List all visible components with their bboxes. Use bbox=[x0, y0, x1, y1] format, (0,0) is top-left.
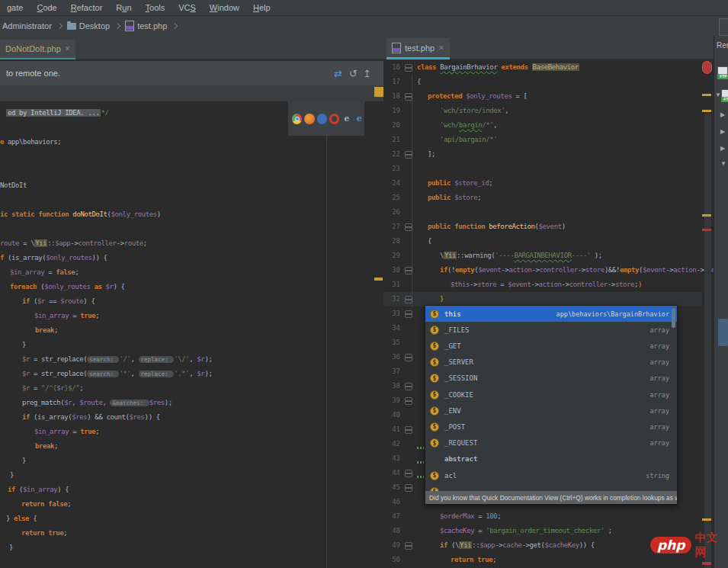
menu-item-help[interactable]: Help bbox=[246, 3, 277, 12]
menu-item-vcs[interactable]: VCS bbox=[172, 3, 203, 12]
breadcrumb-label: Administrator bbox=[2, 21, 52, 30]
fold-marker[interactable] bbox=[405, 484, 412, 492]
fold-marker[interactable] bbox=[405, 397, 412, 405]
code-token: "/^{ bbox=[41, 384, 56, 392]
code-token: false bbox=[48, 500, 67, 508]
panel-scrollbar-thumb[interactable] bbox=[718, 319, 728, 346]
stripe-yellow-tick[interactable] bbox=[374, 278, 383, 281]
code-token: $store bbox=[451, 194, 477, 201]
fold-marker[interactable] bbox=[405, 296, 412, 303]
breadcrumb-item-administrator[interactable]: Administrator bbox=[0, 21, 54, 30]
tab-label: DoNotDoIt.php bbox=[5, 44, 61, 53]
fold-marker[interactable] bbox=[405, 223, 412, 231]
completion-item-abstract[interactable]: abstract bbox=[425, 451, 677, 467]
code-token: (\ bbox=[447, 541, 459, 549]
menu-item-gate[interactable]: gate bbox=[0, 3, 30, 12]
completion-item-this[interactable]: $thisapp\behaviors\BargainBrhavior bbox=[425, 306, 677, 322]
code-token: = bbox=[69, 312, 80, 319]
tab-donotdoit-php[interactable]: DoNotDoIt.php ✕ bbox=[0, 40, 75, 59]
tree-expand-icon[interactable]: ▼ bbox=[715, 91, 721, 98]
breadcrumb-end-button[interactable] bbox=[719, 18, 728, 36]
fold-marker[interactable] bbox=[405, 542, 412, 550]
error-indicator-badge[interactable] bbox=[702, 61, 712, 74]
tab-test-php[interactable]: test.php ✕ bbox=[386, 38, 450, 59]
completion-item-_session[interactable]: $_SESSIONarray bbox=[425, 371, 677, 387]
line-number: 45 bbox=[383, 480, 400, 495]
tree-collapse-icon[interactable]: ▶ bbox=[720, 128, 725, 135]
completion-item-acl[interactable]: $aclstring bbox=[425, 467, 677, 483]
tree-collapse-icon[interactable]: ▶ bbox=[720, 111, 725, 118]
sync-arrows-icon[interactable]: ⇄ bbox=[334, 68, 342, 79]
stripe-mark-red[interactable] bbox=[702, 562, 711, 565]
watermark-text: 中文网 bbox=[694, 531, 728, 560]
fold-marker[interactable] bbox=[405, 267, 412, 274]
completion-item-_cookie[interactable]: $_COOKIEarray bbox=[425, 387, 677, 403]
chrome-icon[interactable] bbox=[292, 114, 302, 124]
breadcrumb-item-desktop[interactable]: Desktop bbox=[65, 21, 112, 30]
completion-item-_files[interactable]: $_FILESarray bbox=[425, 322, 677, 338]
line-number: 25 bbox=[383, 191, 400, 205]
code-token: foreach bbox=[10, 283, 37, 290]
undo-icon[interactable]: ↺ bbox=[349, 68, 358, 79]
breadcrumb-item-test-php[interactable]: test.php bbox=[123, 21, 169, 31]
fold-marker[interactable] bbox=[405, 64, 412, 72]
completion-item-_post[interactable]: $_POSTarray bbox=[425, 419, 677, 435]
completion-item-_env[interactable]: $_ENVarray bbox=[425, 403, 677, 419]
remote-host-panel: Rem FTP ▼ FTP ▶ ▶ ▶ ▼ bbox=[714, 36, 728, 568]
code-token: $r bbox=[64, 399, 72, 406]
fold-marker[interactable] bbox=[405, 354, 412, 361]
stripe-mark-yellow[interactable] bbox=[702, 518, 711, 521]
code-token: $in_array bbox=[34, 428, 69, 435]
code-token: controller bbox=[78, 239, 116, 247]
code-token: -> bbox=[495, 541, 502, 549]
edge-icon[interactable]: e bbox=[354, 114, 364, 124]
stripe-yellow-square[interactable] bbox=[374, 87, 383, 97]
code-token: ; bbox=[605, 527, 612, 534]
breadcrumb-separator bbox=[172, 23, 178, 29]
fold-marker[interactable] bbox=[405, 383, 412, 390]
menu-item-tools[interactable]: Tools bbox=[139, 3, 172, 12]
firefox-icon[interactable] bbox=[304, 114, 314, 124]
code-line: return false; bbox=[21, 497, 71, 512]
ie-icon[interactable]: e bbox=[342, 114, 351, 124]
fold-marker[interactable] bbox=[405, 151, 412, 159]
stripe-mark-red[interactable] bbox=[702, 229, 711, 231]
fold-marker[interactable] bbox=[405, 310, 412, 318]
code-token: ) { bbox=[114, 283, 125, 290]
completion-label: _FILES bbox=[444, 326, 470, 334]
tree-expand-icon[interactable]: ▼ bbox=[720, 160, 726, 167]
fold-marker[interactable] bbox=[405, 470, 412, 477]
popup-scrollbar-thumb[interactable] bbox=[672, 308, 675, 328]
code-token: BaseBehavior bbox=[532, 63, 579, 71]
menu-item-code[interactable]: Code bbox=[30, 3, 63, 12]
browser-icon[interactable] bbox=[317, 114, 327, 124]
opera-icon[interactable] bbox=[329, 114, 340, 124]
tab-close-icon[interactable]: ✕ bbox=[438, 44, 444, 52]
editor-scrollbar-track[interactable] bbox=[704, 114, 711, 568]
fold-marker[interactable] bbox=[405, 93, 412, 101]
code-line: $in_array = true; bbox=[34, 309, 99, 323]
left-editor[interactable]: e e ed by IntelliJ IDEA. ...*/e app\beha… bbox=[0, 101, 383, 568]
completion-item-_request[interactable]: $_REQUESTarray bbox=[425, 435, 677, 451]
menu-item-window[interactable]: Window bbox=[203, 3, 246, 12]
completion-label: abstract bbox=[444, 455, 477, 463]
scroll-to-top-icon[interactable]: ↥ bbox=[363, 68, 371, 79]
ftp-file-icon[interactable]: FTP bbox=[721, 89, 728, 101]
ftp-file-icon[interactable]: FTP bbox=[717, 66, 728, 79]
menu-item-run[interactable]: Run bbox=[109, 3, 138, 12]
code-token: if bbox=[22, 297, 30, 305]
tree-collapse-icon[interactable]: ▶ bbox=[720, 145, 725, 152]
code-token: ; bbox=[492, 556, 496, 563]
completion-label: this bbox=[444, 310, 461, 318]
tab-close-icon[interactable]: ✕ bbox=[65, 45, 71, 53]
code-token: ----' bbox=[572, 252, 591, 259]
fold-marker[interactable] bbox=[405, 426, 412, 434]
completion-item-_server[interactable]: $_SERVERarray bbox=[425, 355, 677, 371]
code-token: ic static function bbox=[0, 210, 69, 218]
stripe-mark-yellow[interactable] bbox=[702, 110, 711, 112]
stripe-mark-yellow[interactable] bbox=[702, 214, 711, 217]
completion-item-_get[interactable]: $_GETarray bbox=[425, 338, 677, 354]
code-token: ) bbox=[157, 210, 161, 218]
stripe-mark-yellow[interactable] bbox=[702, 94, 711, 96]
menu-item-refactor[interactable]: Refactor bbox=[64, 3, 110, 12]
